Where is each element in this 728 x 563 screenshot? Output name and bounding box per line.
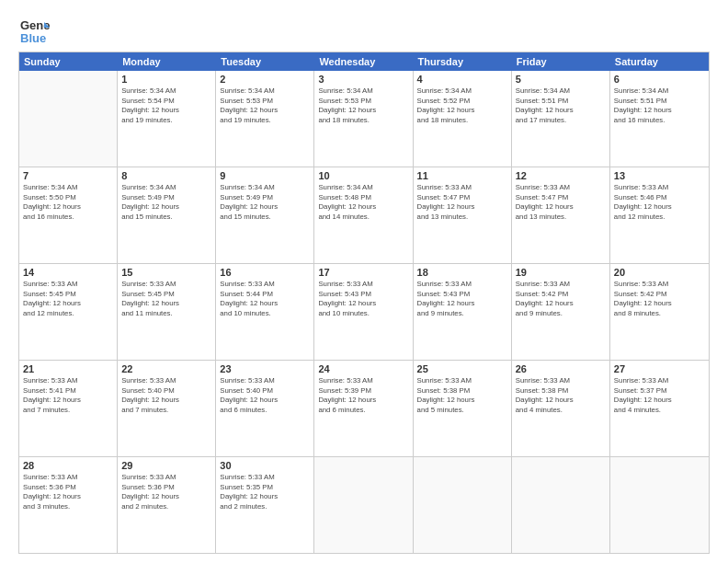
calendar-day-empty (610, 457, 709, 553)
day-info: Sunrise: 5:33 AMSunset: 5:47 PMDaylight:… (516, 183, 606, 222)
calendar-day-empty (19, 71, 118, 167)
calendar-day-6: 6Sunrise: 5:34 AMSunset: 5:51 PMDaylight… (610, 71, 709, 167)
day-number: 24 (318, 363, 408, 374)
day-number: 7 (23, 170, 113, 181)
calendar-day-20: 20Sunrise: 5:33 AMSunset: 5:42 PMDayligh… (610, 264, 709, 360)
day-info: Sunrise: 5:33 AMSunset: 5:42 PMDaylight:… (614, 280, 705, 318)
day-info: Sunrise: 5:33 AMSunset: 5:41 PMDaylight:… (23, 376, 113, 415)
header-day-friday: Friday (512, 52, 610, 71)
day-info: Sunrise: 5:34 AMSunset: 5:50 PMDaylight:… (23, 183, 113, 222)
calendar-day-15: 15Sunrise: 5:33 AMSunset: 5:45 PMDayligh… (118, 264, 216, 360)
calendar-day-27: 27Sunrise: 5:33 AMSunset: 5:37 PMDayligh… (610, 361, 709, 456)
calendar-week-3: 14Sunrise: 5:33 AMSunset: 5:45 PMDayligh… (19, 264, 709, 361)
day-number: 14 (23, 267, 113, 278)
calendar-week-1: 1Sunrise: 5:34 AMSunset: 5:54 PMDaylight… (19, 71, 709, 167)
calendar-day-19: 19Sunrise: 5:33 AMSunset: 5:42 PMDayligh… (512, 264, 610, 360)
calendar-day-empty (512, 457, 610, 553)
calendar-day-10: 10Sunrise: 5:34 AMSunset: 5:48 PMDayligh… (314, 167, 413, 263)
calendar-day-14: 14Sunrise: 5:33 AMSunset: 5:45 PMDayligh… (19, 264, 118, 360)
day-number: 19 (516, 267, 606, 278)
calendar-day-17: 17Sunrise: 5:33 AMSunset: 5:43 PMDayligh… (314, 264, 413, 360)
day-number: 17 (318, 267, 408, 278)
calendar-week-4: 21Sunrise: 5:33 AMSunset: 5:41 PMDayligh… (19, 361, 709, 457)
calendar-day-22: 22Sunrise: 5:33 AMSunset: 5:40 PMDayligh… (118, 361, 216, 456)
header-day-saturday: Saturday (610, 52, 709, 71)
day-number: 25 (417, 363, 507, 374)
calendar-day-13: 13Sunrise: 5:33 AMSunset: 5:46 PMDayligh… (610, 167, 709, 263)
day-number: 15 (121, 267, 211, 278)
day-info: Sunrise: 5:34 AMSunset: 5:49 PMDaylight:… (220, 183, 310, 222)
calendar-day-12: 12Sunrise: 5:33 AMSunset: 5:47 PMDayligh… (512, 167, 610, 263)
header-day-tuesday: Tuesday (216, 52, 314, 71)
day-info: Sunrise: 5:33 AMSunset: 5:38 PMDaylight:… (516, 376, 606, 415)
logo: General Blue (18, 15, 50, 46)
day-number: 2 (220, 74, 310, 85)
calendar-day-empty (314, 457, 413, 553)
day-info: Sunrise: 5:34 AMSunset: 5:48 PMDaylight:… (318, 183, 408, 222)
calendar-day-28: 28Sunrise: 5:33 AMSunset: 5:36 PMDayligh… (19, 457, 118, 553)
calendar-week-5: 28Sunrise: 5:33 AMSunset: 5:36 PMDayligh… (19, 457, 709, 553)
calendar-header: SundayMondayTuesdayWednesdayThursdayFrid… (19, 52, 709, 71)
day-info: Sunrise: 5:33 AMSunset: 5:36 PMDaylight:… (23, 473, 113, 511)
calendar-day-23: 23Sunrise: 5:33 AMSunset: 5:40 PMDayligh… (216, 361, 314, 456)
day-info: Sunrise: 5:34 AMSunset: 5:54 PMDaylight:… (121, 86, 211, 125)
day-info: Sunrise: 5:34 AMSunset: 5:49 PMDaylight:… (121, 183, 211, 222)
calendar-day-11: 11Sunrise: 5:33 AMSunset: 5:47 PMDayligh… (414, 167, 512, 263)
calendar-week-2: 7Sunrise: 5:34 AMSunset: 5:50 PMDaylight… (19, 167, 709, 264)
logo-icon: General Blue (18, 15, 50, 46)
calendar-day-9: 9Sunrise: 5:34 AMSunset: 5:49 PMDaylight… (216, 167, 314, 263)
day-number: 5 (516, 74, 606, 85)
day-info: Sunrise: 5:33 AMSunset: 5:43 PMDaylight:… (318, 280, 408, 318)
calendar-day-3: 3Sunrise: 5:34 AMSunset: 5:53 PMDaylight… (314, 71, 413, 167)
calendar-day-16: 16Sunrise: 5:33 AMSunset: 5:44 PMDayligh… (216, 264, 314, 360)
day-number: 10 (318, 170, 408, 181)
calendar-day-30: 30Sunrise: 5:33 AMSunset: 5:35 PMDayligh… (216, 457, 314, 553)
day-number: 16 (220, 267, 310, 278)
calendar-day-26: 26Sunrise: 5:33 AMSunset: 5:38 PMDayligh… (512, 361, 610, 456)
day-info: Sunrise: 5:33 AMSunset: 5:46 PMDaylight:… (614, 183, 705, 222)
day-info: Sunrise: 5:34 AMSunset: 5:53 PMDaylight:… (220, 86, 310, 125)
day-number: 26 (516, 363, 606, 374)
day-number: 27 (614, 363, 705, 374)
day-number: 20 (614, 267, 705, 278)
day-number: 3 (318, 74, 408, 85)
calendar-day-4: 4Sunrise: 5:34 AMSunset: 5:52 PMDaylight… (414, 71, 512, 167)
day-number: 21 (23, 363, 113, 374)
svg-text:Blue: Blue (20, 31, 46, 45)
calendar-day-5: 5Sunrise: 5:34 AMSunset: 5:51 PMDaylight… (512, 71, 610, 167)
day-info: Sunrise: 5:33 AMSunset: 5:45 PMDaylight:… (121, 280, 211, 318)
day-info: Sunrise: 5:34 AMSunset: 5:51 PMDaylight:… (516, 86, 606, 125)
day-number: 13 (614, 170, 705, 181)
header-day-thursday: Thursday (414, 52, 512, 71)
calendar-day-1: 1Sunrise: 5:34 AMSunset: 5:54 PMDaylight… (118, 71, 216, 167)
day-info: Sunrise: 5:33 AMSunset: 5:36 PMDaylight:… (121, 473, 211, 511)
day-number: 30 (220, 460, 310, 471)
day-number: 1 (121, 74, 211, 85)
calendar-day-7: 7Sunrise: 5:34 AMSunset: 5:50 PMDaylight… (19, 167, 118, 263)
day-number: 9 (220, 170, 310, 181)
calendar-day-empty (414, 457, 512, 553)
header: General Blue (18, 15, 710, 46)
day-info: Sunrise: 5:33 AMSunset: 5:38 PMDaylight:… (417, 376, 507, 415)
day-number: 12 (516, 170, 606, 181)
day-info: Sunrise: 5:34 AMSunset: 5:53 PMDaylight:… (318, 86, 408, 125)
calendar-day-21: 21Sunrise: 5:33 AMSunset: 5:41 PMDayligh… (19, 361, 118, 456)
calendar: SundayMondayTuesdayWednesdayThursdayFrid… (18, 52, 710, 554)
header-day-monday: Monday (118, 52, 216, 71)
day-info: Sunrise: 5:33 AMSunset: 5:37 PMDaylight:… (614, 376, 705, 415)
day-info: Sunrise: 5:34 AMSunset: 5:51 PMDaylight:… (614, 86, 705, 125)
day-number: 22 (121, 363, 211, 374)
page: General Blue SundayMondayTuesdayWednesda… (0, 0, 728, 563)
day-number: 28 (23, 460, 113, 471)
day-number: 8 (121, 170, 211, 181)
day-info: Sunrise: 5:33 AMSunset: 5:35 PMDaylight:… (220, 473, 310, 511)
day-info: Sunrise: 5:33 AMSunset: 5:44 PMDaylight:… (220, 280, 310, 318)
day-number: 23 (220, 363, 310, 374)
day-number: 6 (614, 74, 705, 85)
day-info: Sunrise: 5:33 AMSunset: 5:39 PMDaylight:… (318, 376, 408, 415)
calendar-day-18: 18Sunrise: 5:33 AMSunset: 5:43 PMDayligh… (414, 264, 512, 360)
day-number: 29 (121, 460, 211, 471)
calendar-day-2: 2Sunrise: 5:34 AMSunset: 5:53 PMDaylight… (216, 71, 314, 167)
day-info: Sunrise: 5:34 AMSunset: 5:52 PMDaylight:… (417, 86, 507, 125)
calendar-body: 1Sunrise: 5:34 AMSunset: 5:54 PMDaylight… (19, 71, 709, 553)
